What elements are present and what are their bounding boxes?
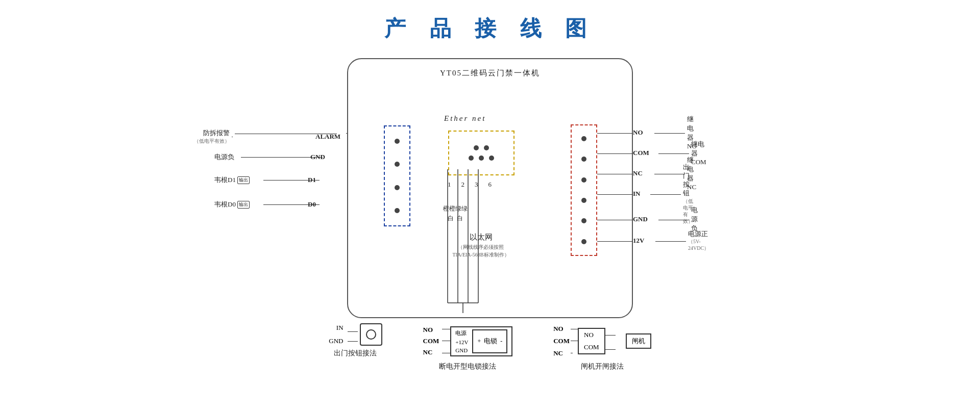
pin-gnd-right: GND [633, 215, 648, 223]
btn-title: 出门按钮接法 [334, 349, 377, 358]
left-label-d1: 韦根D1 输出 D1 [214, 175, 251, 185]
gate-pin-nc: NC [553, 349, 570, 357]
left-label-d0: 韦根D0 输出 D0 [214, 200, 251, 209]
right-dot-4 [581, 198, 586, 203]
eth-numbers: 1236 [448, 180, 492, 189]
eth-dot-1 [474, 145, 479, 150]
eth-label: Ether net [444, 114, 486, 123]
pin-in-right: IN [633, 190, 640, 198]
right-label-gnd: GND 电源负 [633, 215, 653, 223]
gate-title: 闸机开闸接法 [581, 362, 624, 371]
pin-nc-right: NC [633, 169, 643, 177]
eth-dot-4 [479, 156, 484, 161]
right-label-nc: NC 继电器NC [633, 169, 648, 177]
pin-com-right: COM [633, 149, 649, 157]
right-dot-6 [581, 239, 586, 244]
eth-connector-block [448, 131, 514, 175]
lock-pin-nc: NC [423, 348, 439, 356]
pin-gnd-left: GND [310, 153, 325, 161]
eth-dot-3 [469, 156, 474, 161]
lock-title: 断电开型电锁接法 [439, 362, 496, 371]
eth-dot-5 [489, 156, 494, 161]
right-dot-5 [581, 218, 586, 223]
pin-no-right: NO [633, 128, 643, 137]
eth-dot-2 [484, 145, 489, 150]
left-label-gnd: 电源负 GND [214, 152, 234, 162]
ethernet-main-label: 以太网 （网线线序必须按照 TIA/EIA-568B标准制作） [443, 233, 519, 259]
right-connector-block [571, 124, 597, 256]
pin-12v-right: 12V [633, 237, 644, 245]
right-dot-3 [581, 177, 586, 183]
device-box: YT05二维码云门禁一体机 Et [347, 58, 633, 318]
left-label-alarm: 防拆报警 （低电平有效） ALARM [194, 128, 235, 145]
right-label-12v: 12V 电源正 （5V-24VDC） [633, 237, 649, 245]
pin-d1: D1 [308, 176, 316, 184]
left-dot-3 [395, 185, 400, 190]
right-label-com: COM 继电器COM [633, 149, 654, 157]
device-name: YT05二维码云门禁一体机 [348, 68, 632, 78]
left-dot-2 [395, 162, 400, 167]
page-title: 产 品 接 线 图 [0, 0, 980, 48]
right-label-in: IN 出门按钮 （低电平有效） [633, 190, 645, 198]
pin-d0: D0 [308, 200, 316, 209]
right-dot-1 [581, 136, 586, 141]
left-dot-1 [395, 139, 400, 144]
pin-alarm: ALARM [315, 133, 340, 141]
left-connector-block [384, 125, 410, 226]
left-dot-4 [395, 208, 400, 213]
eth-wire-colors: 橙橙绿绿 白 白 [443, 204, 468, 223]
right-dot-2 [581, 157, 586, 162]
right-label-no: NO 继电器NO [633, 128, 648, 137]
